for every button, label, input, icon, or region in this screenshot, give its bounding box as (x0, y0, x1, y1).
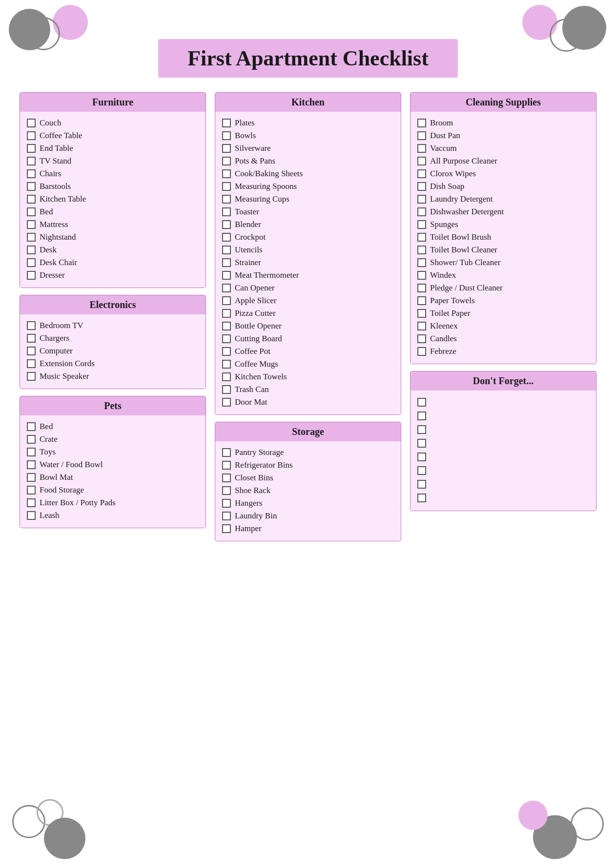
checkbox[interactable] (417, 169, 426, 178)
checkbox[interactable] (222, 499, 231, 508)
columns-container: Furniture Couch Coffee Table End Table T… (20, 92, 596, 541)
checkbox[interactable] (222, 169, 231, 178)
checkbox[interactable] (417, 453, 426, 461)
checkbox[interactable] (417, 207, 426, 216)
checkbox[interactable] (417, 309, 426, 318)
checkbox[interactable] (222, 347, 231, 356)
checkbox[interactable] (27, 207, 36, 216)
checkbox[interactable] (222, 207, 231, 216)
checkbox[interactable] (27, 119, 36, 127)
checkbox[interactable] (222, 119, 231, 127)
checkbox[interactable] (417, 398, 426, 407)
checkbox[interactable] (27, 195, 36, 204)
checkbox[interactable] (222, 233, 231, 242)
checkbox[interactable] (27, 359, 36, 368)
checkbox[interactable] (27, 157, 36, 165)
checkbox[interactable] (417, 334, 426, 343)
checkbox[interactable] (417, 296, 426, 305)
checkbox[interactable] (222, 372, 231, 381)
checkbox[interactable] (27, 435, 36, 444)
checkbox[interactable] (222, 385, 231, 394)
checkbox[interactable] (27, 347, 36, 355)
checkbox[interactable] (27, 182, 36, 191)
checkbox[interactable] (27, 131, 36, 140)
checkbox[interactable] (417, 439, 426, 448)
checkbox[interactable] (27, 220, 36, 229)
checkbox[interactable] (417, 144, 426, 153)
list-item: Silverware (222, 142, 394, 155)
checkbox[interactable] (417, 494, 426, 502)
checkbox[interactable] (27, 321, 36, 330)
page-title: First Apartment Checklist (187, 46, 429, 71)
checkbox[interactable] (222, 461, 231, 470)
dont-forget-line (417, 477, 589, 491)
storage-body: Pantry Storage Refrigerator Bins Closet … (215, 441, 401, 541)
list-item: Kleenex (417, 320, 589, 332)
checkbox[interactable] (417, 182, 426, 191)
checkbox[interactable] (417, 157, 426, 165)
checkbox[interactable] (417, 258, 426, 267)
checkbox[interactable] (417, 347, 426, 356)
checkbox[interactable] (222, 195, 231, 204)
checkbox[interactable] (222, 258, 231, 267)
checkbox[interactable] (222, 360, 231, 369)
checkbox[interactable] (417, 131, 426, 140)
middle-column: Kitchen Plates Bowls Silverware Pots & P… (215, 92, 401, 541)
checkbox[interactable] (222, 334, 231, 343)
checkbox[interactable] (222, 157, 231, 165)
checkbox[interactable] (27, 511, 36, 520)
checkbox[interactable] (27, 233, 36, 242)
checkbox[interactable] (222, 220, 231, 229)
checkbox[interactable] (27, 460, 36, 469)
checkbox[interactable] (27, 473, 36, 482)
checkbox[interactable] (27, 422, 36, 431)
section-dontforget: Don't Forget... (410, 371, 596, 511)
list-item: Closet Bins (222, 472, 394, 484)
checkbox[interactable] (27, 498, 36, 507)
list-item: Water / Food Bowl (27, 458, 199, 471)
checkbox[interactable] (417, 480, 426, 489)
checkbox[interactable] (222, 322, 231, 330)
checkbox[interactable] (417, 425, 426, 434)
checkbox[interactable] (417, 466, 426, 475)
checkbox[interactable] (222, 486, 231, 495)
checkbox[interactable] (27, 169, 36, 178)
checkbox[interactable] (417, 322, 426, 330)
checkbox[interactable] (417, 195, 426, 204)
list-item: Couch (27, 117, 199, 129)
checkbox[interactable] (222, 309, 231, 318)
checkbox[interactable] (27, 246, 36, 254)
checkbox[interactable] (222, 398, 231, 407)
list-item: All Purpose Cleaner (417, 155, 589, 167)
checkbox[interactable] (222, 182, 231, 191)
checkbox[interactable] (222, 246, 231, 254)
checkbox[interactable] (417, 284, 426, 292)
checkbox[interactable] (222, 524, 231, 533)
checkbox[interactable] (417, 119, 426, 127)
checkbox[interactable] (222, 296, 231, 305)
checkbox[interactable] (222, 512, 231, 520)
list-item: End Table (27, 142, 199, 155)
circle-pink-bottomright (518, 801, 548, 830)
checkbox[interactable] (417, 246, 426, 254)
checkbox[interactable] (222, 284, 231, 292)
checkbox[interactable] (417, 271, 426, 280)
checkbox[interactable] (417, 233, 426, 242)
checkbox[interactable] (417, 220, 426, 229)
checkbox[interactable] (27, 271, 36, 280)
checkbox[interactable] (417, 412, 426, 420)
checkbox[interactable] (222, 144, 231, 153)
list-item: Pots & Pans (222, 155, 394, 167)
list-item: Measuring Cups (222, 193, 394, 206)
checkbox[interactable] (27, 448, 36, 456)
checkbox[interactable] (222, 448, 231, 457)
checkbox[interactable] (27, 144, 36, 153)
checkbox[interactable] (27, 372, 36, 381)
checkbox[interactable] (222, 131, 231, 140)
checkbox[interactable] (222, 271, 231, 280)
checkbox[interactable] (27, 486, 36, 494)
checkbox[interactable] (27, 258, 36, 267)
checkbox[interactable] (27, 334, 36, 343)
list-item: Cutting Board (222, 332, 394, 345)
checkbox[interactable] (222, 474, 231, 482)
